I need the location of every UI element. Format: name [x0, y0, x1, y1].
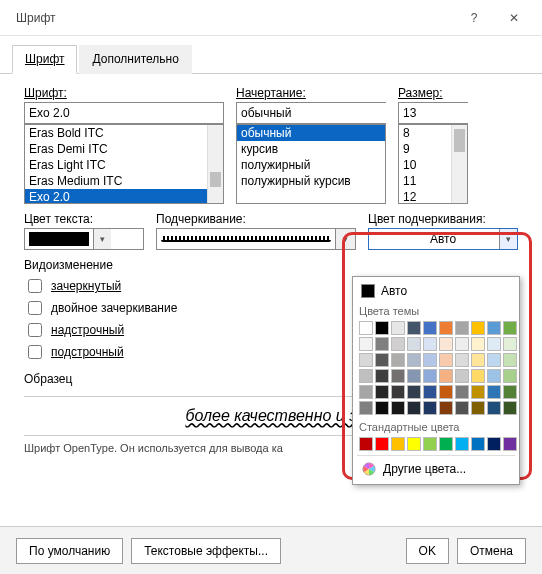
list-item[interactable]: Eras Bold ITC: [25, 125, 223, 141]
color-swatch[interactable]: [487, 353, 501, 367]
color-swatch[interactable]: [375, 321, 389, 335]
color-swatch[interactable]: [423, 321, 437, 335]
color-swatch[interactable]: [487, 337, 501, 351]
color-swatch[interactable]: [439, 385, 453, 399]
font-listbox[interactable]: Eras Bold ITC Eras Demi ITC Eras Light I…: [24, 124, 224, 204]
color-swatch[interactable]: [407, 321, 421, 335]
color-swatch[interactable]: [359, 385, 373, 399]
color-swatch[interactable]: [487, 437, 501, 451]
color-swatch[interactable]: [503, 385, 517, 399]
color-swatch[interactable]: [471, 385, 485, 399]
color-swatch[interactable]: [375, 401, 389, 415]
list-item[interactable]: полужирный: [237, 157, 385, 173]
color-swatch[interactable]: [407, 353, 421, 367]
color-swatch[interactable]: [359, 401, 373, 415]
color-swatch[interactable]: [375, 337, 389, 351]
size-input[interactable]: [399, 103, 542, 123]
list-item[interactable]: курсив: [237, 141, 385, 157]
underline-style-dropdown[interactable]: [156, 228, 336, 250]
color-swatch[interactable]: [423, 401, 437, 415]
color-swatch[interactable]: [471, 353, 485, 367]
color-swatch[interactable]: [423, 385, 437, 399]
color-swatch[interactable]: [503, 369, 517, 383]
color-swatch[interactable]: [487, 321, 501, 335]
color-swatch[interactable]: [391, 337, 405, 351]
color-swatch[interactable]: [359, 437, 373, 451]
color-swatch[interactable]: [423, 337, 437, 351]
color-swatch[interactable]: [455, 385, 469, 399]
text-effects-button[interactable]: Текстовые эффекты...: [131, 538, 281, 564]
underline-style-dd[interactable]: ▾: [336, 228, 356, 250]
color-swatch[interactable]: [391, 369, 405, 383]
color-swatch[interactable]: [503, 321, 517, 335]
list-item[interactable]: Eras Demi ITC: [25, 141, 223, 157]
text-color-dropdown[interactable]: ▾: [24, 228, 144, 250]
color-swatch[interactable]: [407, 337, 421, 351]
style-input-combo[interactable]: [236, 102, 386, 124]
cancel-button[interactable]: Отмена: [457, 538, 526, 564]
color-swatch[interactable]: [471, 337, 485, 351]
color-swatch[interactable]: [439, 337, 453, 351]
underline-color-dropdown[interactable]: Авто ▾: [368, 228, 518, 250]
color-swatch[interactable]: [487, 385, 501, 399]
tab-advanced[interactable]: Дополнительно: [79, 45, 191, 74]
color-swatch[interactable]: [455, 437, 469, 451]
color-swatch[interactable]: [471, 321, 485, 335]
color-swatch[interactable]: [375, 369, 389, 383]
font-input[interactable]: [25, 103, 223, 123]
color-swatch[interactable]: [391, 401, 405, 415]
color-swatch[interactable]: [471, 437, 485, 451]
color-swatch[interactable]: [439, 369, 453, 383]
list-item[interactable]: Exo 2.0: [25, 189, 223, 204]
color-swatch[interactable]: [407, 401, 421, 415]
list-item[interactable]: обычный: [237, 125, 385, 141]
color-swatch[interactable]: [471, 401, 485, 415]
scrollbar[interactable]: [451, 125, 467, 203]
default-button[interactable]: По умолчанию: [16, 538, 123, 564]
color-swatch[interactable]: [455, 353, 469, 367]
color-swatch[interactable]: [455, 369, 469, 383]
color-swatch[interactable]: [423, 437, 437, 451]
color-swatch[interactable]: [455, 401, 469, 415]
color-swatch[interactable]: [375, 437, 389, 451]
color-swatch[interactable]: [503, 337, 517, 351]
size-listbox[interactable]: 8 9 10 11 12: [398, 124, 468, 204]
color-swatch[interactable]: [375, 385, 389, 399]
style-listbox[interactable]: обычный курсив полужирный полужирный кур…: [236, 124, 386, 204]
color-swatch[interactable]: [455, 337, 469, 351]
style-input[interactable]: [237, 103, 395, 123]
scrollbar[interactable]: [207, 125, 223, 203]
color-swatch[interactable]: [391, 437, 405, 451]
color-swatch[interactable]: [391, 321, 405, 335]
color-swatch[interactable]: [439, 437, 453, 451]
color-swatch[interactable]: [471, 369, 485, 383]
color-swatch[interactable]: [375, 353, 389, 367]
close-button[interactable]: ✕: [494, 3, 534, 33]
color-swatch[interactable]: [359, 337, 373, 351]
color-swatch[interactable]: [359, 369, 373, 383]
auto-color-option[interactable]: Авто: [357, 281, 515, 301]
list-item[interactable]: полужирный курсив: [237, 173, 385, 189]
color-swatch[interactable]: [439, 353, 453, 367]
list-item[interactable]: Eras Light ITC: [25, 157, 223, 173]
color-swatch[interactable]: [503, 437, 517, 451]
color-swatch[interactable]: [503, 353, 517, 367]
color-swatch[interactable]: [503, 401, 517, 415]
color-swatch[interactable]: [407, 437, 421, 451]
color-swatch[interactable]: [359, 353, 373, 367]
color-swatch[interactable]: [423, 369, 437, 383]
color-swatch[interactable]: [439, 321, 453, 335]
color-swatch[interactable]: [359, 321, 373, 335]
color-swatch[interactable]: [407, 369, 421, 383]
size-input-combo[interactable]: [398, 102, 468, 124]
font-input-combo[interactable]: [24, 102, 224, 124]
color-swatch[interactable]: [423, 353, 437, 367]
tab-font[interactable]: Шрифт: [12, 45, 77, 74]
color-swatch[interactable]: [487, 369, 501, 383]
color-swatch[interactable]: [455, 321, 469, 335]
color-swatch[interactable]: [439, 401, 453, 415]
color-swatch[interactable]: [391, 353, 405, 367]
ok-button[interactable]: OK: [406, 538, 449, 564]
more-colors-option[interactable]: Другие цвета...: [357, 458, 515, 480]
list-item[interactable]: Eras Medium ITC: [25, 173, 223, 189]
